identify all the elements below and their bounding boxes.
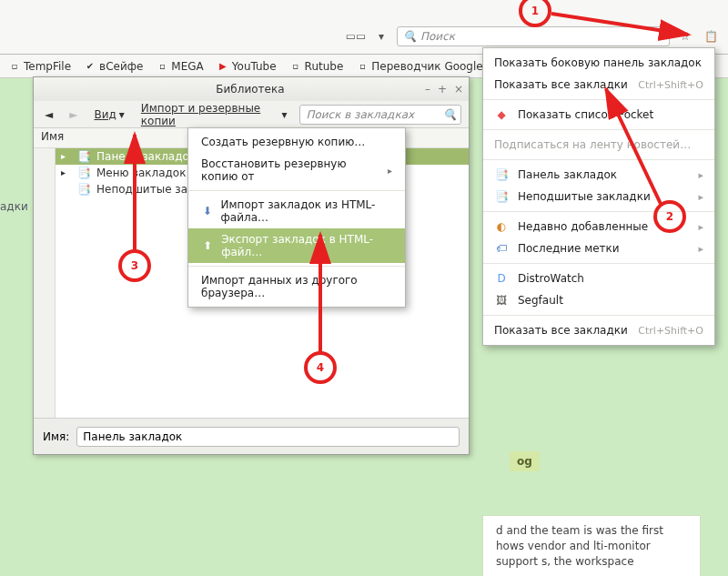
- footer-name-input[interactable]: [76, 427, 460, 447]
- chevron-right-icon: ▸: [698, 191, 703, 203]
- view-menu[interactable]: Вид ▾: [90, 106, 127, 123]
- dropdown-icon[interactable]: ▾: [371, 26, 391, 46]
- separator: [483, 159, 714, 160]
- export-icon: ⬆: [201, 239, 214, 252]
- expand-icon[interactable]: ▸: [61, 167, 72, 178]
- separator: [483, 129, 714, 130]
- maximize-icon[interactable]: +: [438, 83, 447, 96]
- library-footer: Имя:: [34, 418, 469, 454]
- menu-item-export-html[interactable]: ⬆Экспорт закладок в HTML-файл…: [188, 228, 405, 263]
- menu-show-sidebar[interactable]: Показать боковую панель закладок: [483, 52, 714, 74]
- bookmark-item[interactable]: ▫Rutube: [285, 58, 349, 75]
- favicon: D: [494, 272, 509, 285]
- annotation-3: 3: [118, 249, 151, 282]
- chevron-right-icon: ▸: [698, 243, 703, 255]
- library-titlebar[interactable]: Библиотека – + ×: [34, 77, 469, 101]
- back-button[interactable]: ◄: [41, 106, 56, 123]
- library-search-input[interactable]: Поиск в закладках 🔍: [299, 105, 461, 125]
- search-input[interactable]: 🔍 Поиск: [397, 26, 670, 46]
- page-icon: ▫: [8, 60, 21, 73]
- menu-bookmark-distrowatch[interactable]: DDistroWatch: [483, 268, 714, 289]
- expand-icon[interactable]: ▸: [61, 151, 72, 162]
- menu-pocket[interactable]: ◆Показать список Pocket: [483, 104, 714, 126]
- search-placeholder: Поиск: [420, 30, 455, 43]
- page-icon: ▫: [356, 60, 369, 73]
- menu-bookmark-segfault[interactable]: 🖼Segfault: [483, 289, 714, 311]
- annotation-2: 2: [653, 200, 686, 233]
- menu-item-import-browser[interactable]: Импорт данных из другого браузера…: [188, 269, 405, 304]
- menu-subscribe: Подписаться на ленту новостей…: [483, 134, 714, 156]
- folder-icon: 📑: [77, 150, 91, 163]
- bookmark-item[interactable]: ▫TempFile: [4, 58, 76, 75]
- chevron-right-icon: ▸: [698, 221, 703, 233]
- folder-icon: 📑: [494, 168, 509, 181]
- menu-show-all[interactable]: Показать все закладкиCtrl+Shift+O: [483, 74, 714, 96]
- minimize-icon[interactable]: –: [425, 83, 430, 96]
- truncated-label: адки: [0, 200, 28, 213]
- recent-icon: ◐: [494, 220, 509, 233]
- folder-icon: 📑: [77, 167, 91, 179]
- search-icon: 🔍: [443, 108, 457, 121]
- menu-show-all-bottom[interactable]: Показать все закладкиCtrl+Shift+O: [483, 319, 714, 341]
- library-title: Библиотека: [76, 83, 425, 96]
- bookmark-item[interactable]: ▶YouTube: [212, 58, 281, 75]
- page-icon: ▫: [289, 60, 302, 73]
- reader-mode-icon[interactable]: ▭▭: [346, 26, 366, 46]
- page-excerpt: d and the team is was the first hows ven…: [482, 515, 701, 576]
- footer-name-label: Имя:: [43, 430, 69, 443]
- menu-tags[interactable]: 🏷Последние метки▸: [483, 237, 714, 259]
- menu-folder-toolbar[interactable]: 📑Панель закладок▸: [483, 164, 714, 186]
- youtube-icon: ▶: [217, 60, 229, 73]
- bookmark-item[interactable]: ▫Переводчик Google: [351, 58, 487, 75]
- pocket-icon: ◆: [494, 108, 509, 121]
- annotation-4: 4: [304, 351, 337, 384]
- import-backup-menu[interactable]: Импорт и резервные копии ▾: [137, 100, 291, 129]
- separator: [483, 99, 714, 100]
- tag-icon: 🏷: [494, 242, 509, 255]
- favicon: 🖼: [494, 294, 509, 307]
- menu-item-restore-backup[interactable]: Восстановить резервную копию от▸: [188, 153, 405, 187]
- import-icon: ⬇: [201, 205, 214, 217]
- separator: [483, 263, 714, 264]
- chevron-right-icon: ▸: [698, 169, 703, 181]
- star-icon[interactable]: ☆: [675, 26, 695, 46]
- search-icon: 🔍: [403, 30, 417, 43]
- library-toolbar: ◄ ► Вид ▾ Импорт и резервные копии ▾ Пои…: [34, 101, 469, 128]
- menu-item-create-backup[interactable]: Создать резервную копию…: [188, 131, 405, 153]
- page-heading: og: [510, 451, 540, 471]
- menu-item-import-html[interactable]: ⬇Импорт закладок из HTML-файла…: [188, 194, 405, 228]
- close-icon[interactable]: ×: [454, 83, 463, 96]
- forward-button[interactable]: ►: [66, 106, 81, 123]
- separator: [188, 266, 405, 267]
- page-icon: ▫: [156, 60, 168, 73]
- folder-icon: 📑: [494, 190, 509, 203]
- separator: [483, 315, 714, 316]
- browser-toolbar: ▭▭ ▾ 🔍 Поиск ☆ 📋: [0, 0, 728, 55]
- chevron-right-icon: ▸: [388, 166, 392, 176]
- clipboard-icon[interactable]: 📋: [701, 26, 721, 46]
- bookmark-item[interactable]: ✔вСейфе: [79, 58, 147, 75]
- bookmarks-dropdown: Показать боковую панель закладок Показат…: [482, 47, 715, 346]
- separator: [188, 190, 405, 191]
- library-sidebar: [34, 148, 56, 418]
- bookmark-item[interactable]: ▫MEGA: [151, 58, 207, 75]
- page-icon: ✔: [84, 60, 96, 73]
- folder-icon: 📑: [77, 183, 91, 196]
- import-backup-dropdown: Создать резервную копию… Восстановить ре…: [187, 127, 406, 308]
